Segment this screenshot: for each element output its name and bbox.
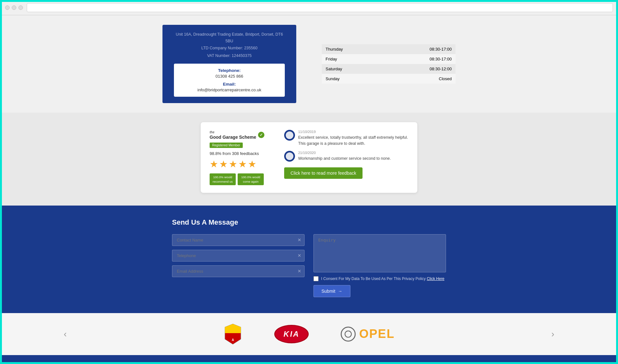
review-1-text: Excellent service, totally trustworthy, … [298,135,408,147]
day-friday: Friday [326,57,337,61]
review-1: 11/10/2019 Excellent service, totally tr… [284,130,408,147]
read-more-feedback-button[interactable]: Click here to read more feedback [284,167,363,179]
time-sunday: Closed [439,76,452,81]
review-2-content: 21/10/2020 Workmanship and customer serv… [298,151,391,162]
feedback-section: the Good Garage Scheme ✓ Registered Memb… [0,113,618,206]
bottom-bar [0,355,618,363]
registered-member-badge: Registered Member [210,143,243,148]
time-thursday: 08:30-17:00 [430,47,452,52]
browser-dot-1[interactable] [5,5,10,10]
vat-number: VAT Number: 124450375 [174,53,285,58]
kia-text: KIA [284,330,299,338]
telephone-clear-icon: ✕ [298,253,301,258]
contact-form-row: ✕ ✕ ✕ I Consent For My Data To Be Used A [172,234,446,297]
telephone-value: 01308 425 866 [180,74,278,79]
email-clear-icon: ✕ [298,269,301,274]
review-1-avatar [284,130,295,141]
carousel-prev-arrow[interactable]: ‹ [64,329,67,339]
email-field-wrapper: ✕ [172,265,305,277]
opel-ring-icon [341,326,356,342]
feedback-left: the Good Garage Scheme ✓ Registered Memb… [210,130,277,185]
ggs-logo: the Good Garage Scheme ✓ [210,130,277,140]
star-2: ★ [219,158,228,170]
form-right: I Consent For My Data To Be Used As Per … [313,234,446,297]
time-saturday: 08:30-12:00 [430,66,452,71]
contact-name-input[interactable] [172,234,305,246]
abarth-logo: A [223,323,242,346]
stars-row: ★ ★ ★ ★ ★ [210,158,277,170]
day-saturday: Saturday [326,66,342,71]
consent-row: I Consent For My Data To Be Used As Per … [313,276,446,281]
email-address-input[interactable] [172,265,305,277]
hours-row-sunday: Sunday Closed [322,74,456,84]
telephone-label: Telephone: [180,68,278,73]
carousel-next-arrow[interactable]: › [551,329,554,339]
company-card: Unit 16A, Dreadnought Trading Estate, Br… [162,25,296,103]
svg-marker-1 [225,324,241,333]
hours-row-thursday: Thursday 08:30-17:00 [322,44,456,54]
review-2-avatar [284,151,295,162]
recommend-badges: 100.0% would recommend us 100.0% would c… [210,173,277,185]
hours-table: Thursday 08:30-17:00 Friday 08:30-17:00 … [322,44,456,84]
logos-section: ‹ A KIA OPEL › [0,313,618,355]
telephone-input[interactable] [172,250,305,262]
form-left: ✕ ✕ ✕ [172,234,305,297]
company-address: Unit 16A, Dreadnought Trading Estate, Br… [174,31,285,52]
day-thursday: Thursday [326,47,343,52]
kia-logo: KIA [274,325,309,343]
browser-dot-2[interactable] [12,5,16,10]
consent-text-content: I Consent For My Data To Be Used As Per … [321,276,426,281]
svg-text:A: A [232,338,234,342]
feedback-card: the Good Garage Scheme ✓ Registered Memb… [201,122,417,193]
recommend-badge-1: 100.0% would recommend us [210,173,236,185]
ggs-logo-text: the Good Garage Scheme [210,130,256,140]
day-sunday: Sunday [326,76,340,81]
hours-row-friday: Friday 08:30-17:00 [322,54,456,64]
submit-arrow-icon: → [338,289,342,294]
hours-row-saturday: Saturday 08:30-12:00 [322,64,456,74]
opel-logo: OPEL [341,326,394,342]
time-friday: 08:30-17:00 [430,57,452,61]
contact-inner: Send Us A Message ✕ ✕ ✕ [166,218,452,297]
top-section: Unit 16A, Dreadnought Trading Estate, Br… [0,15,618,113]
consent-text: I Consent For My Data To Be Used As Per … [321,276,444,281]
submit-button[interactable]: Submit → [313,285,350,297]
browser-dots [5,5,23,10]
ggs-checkmark-icon: ✓ [258,132,264,138]
feedback-score: 98.8% from 308 feedbacks [210,151,277,156]
contact-section: Send Us A Message ✕ ✕ ✕ [0,206,618,313]
review-1-date: 11/10/2019 [298,130,408,134]
feedback-right: 11/10/2019 Excellent service, totally tr… [284,130,408,185]
consent-link[interactable]: Click Here [427,276,444,281]
consent-checkbox[interactable] [313,276,319,281]
address-line2: LTD Company Number: 235560 [201,46,257,50]
name-clear-icon: ✕ [298,237,301,242]
email-value: info@bridportcarrepaircentre.co.uk [180,88,278,92]
review-2-date: 21/10/2020 [298,151,391,155]
email-label: Email: [180,82,278,87]
star-3: ★ [229,158,237,170]
contact-box: Telephone: 01308 425 866 Email: info@bri… [174,64,285,97]
contact-title: Send Us A Message [172,218,446,227]
review-2-text: Workmanship and customer service second … [298,156,391,162]
abarth-shield-icon: A [224,323,241,345]
enquiry-textarea[interactable] [313,234,446,272]
star-5: ★ [248,158,256,170]
star-4: ★ [238,158,247,170]
address-line1: Unit 16A, Dreadnought Trading Estate, Br… [176,32,283,43]
submit-label: Submit [321,289,335,294]
telephone-field-wrapper: ✕ [172,250,305,262]
address-bar[interactable] [27,3,613,12]
recommend-badge-2: 100.0% would come again [238,173,264,185]
review-2: 21/10/2020 Workmanship and customer serv… [284,151,408,162]
star-1: ★ [210,158,218,170]
name-field-wrapper: ✕ [172,234,305,246]
review-1-content: 11/10/2019 Excellent service, totally tr… [298,130,408,147]
opel-text: OPEL [359,327,394,341]
browser-dot-3[interactable] [18,5,23,10]
